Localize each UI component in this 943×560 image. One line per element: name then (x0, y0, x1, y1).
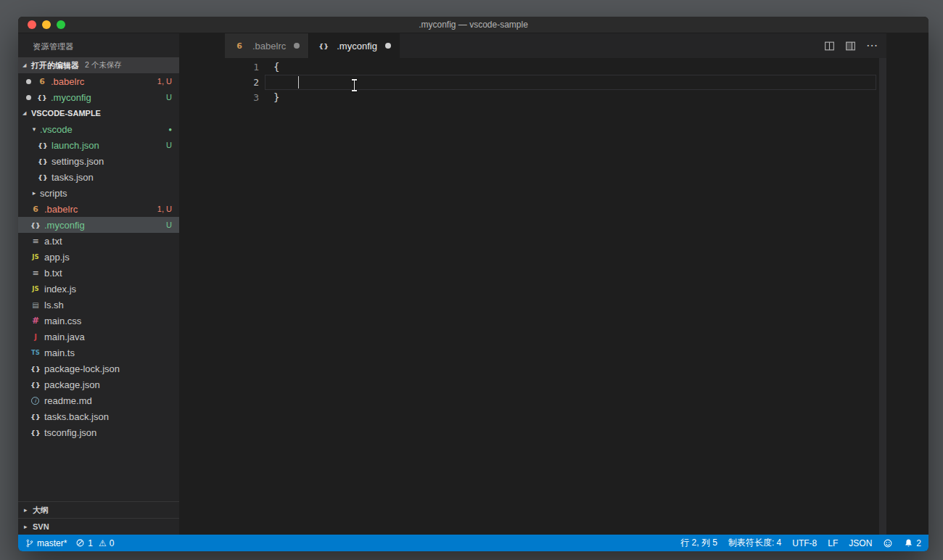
editor-scrollbar[interactable] (879, 58, 886, 535)
warning-icon: ⚠ (99, 539, 107, 548)
tree-item-.myconfig[interactable]: {}.myconfigU (18, 217, 179, 233)
git-status-badge: 1, U (157, 205, 179, 213)
status-text: UTF-8 (792, 538, 817, 548)
encoding-indicator[interactable]: UTF-8 (792, 538, 817, 548)
file-label: index.js (44, 284, 76, 295)
editor-actions: ⋯ (824, 33, 886, 58)
status-bar: master* 1 ⚠ 0 行 2, 列 5 制表符长度: 4 UTF-8 LF (18, 535, 928, 551)
json-file-icon: {} (318, 40, 329, 52)
tree-item-package-lock.json[interactable]: {}package-lock.json (18, 361, 179, 376)
file-label: launch.json (52, 140, 99, 151)
section-label: 打开的编辑器 (31, 60, 79, 71)
smiley-icon (883, 538, 893, 548)
tree-item-readme.md[interactable]: ireadme.md (18, 392, 179, 408)
eol-indicator[interactable]: LF (828, 538, 838, 548)
tree-item-main.ts[interactable]: TSmain.ts (18, 345, 179, 361)
cursor-position-indicator[interactable]: 行 2, 列 5 (680, 537, 717, 549)
tab-.myconfig[interactable]: {}.myconfig (309, 33, 400, 58)
js-file-icon: JS (30, 283, 41, 295)
json-file-icon: {} (37, 155, 49, 167)
line-number: 1 (179, 59, 265, 75)
file-label: .myconfig (44, 220, 85, 231)
more-actions-button[interactable]: ⋯ (866, 40, 878, 52)
tab-.babelrc[interactable]: 6.babelrc (225, 33, 309, 58)
workbench: 资源管理器 ◢ 打开的编辑器 2 个未保存 6.babelrc1, U{}.my… (18, 33, 928, 535)
babel-file-icon: 6 (234, 40, 245, 52)
project-section-header[interactable]: ◢ VSCODE-SAMPLE (18, 105, 179, 121)
line-content: } (265, 90, 876, 105)
css-file-icon: # (30, 315, 41, 326)
tree-item-scripts[interactable]: ▸scripts (18, 185, 179, 201)
tab-label: .myconfig (337, 41, 377, 52)
svn-section-header[interactable]: ▸ SVN (18, 518, 179, 535)
outline-section-header[interactable]: ▸ 大纲 (18, 501, 179, 518)
tab-bar: 6.babelrc{}.myconfig ⋯ (179, 33, 886, 58)
tree-item-package.json[interactable]: {}package.json (18, 376, 179, 392)
toggle-layout-button[interactable] (845, 41, 856, 52)
tree-item-main.java[interactable]: Jmain.java (18, 329, 179, 345)
language-mode-indicator[interactable]: JSON (849, 538, 872, 548)
branch-name: master* (37, 538, 67, 548)
notification-count: 2 (916, 538, 921, 548)
open-editor-item-.babelrc[interactable]: 6.babelrc1, U (18, 73, 179, 89)
unsaved-count-badge: 2 个未保存 (85, 60, 122, 70)
java-file-icon: J (30, 331, 41, 342)
tree-item-index.js[interactable]: JSindex.js (18, 281, 179, 297)
tree-item-tsconfig.json[interactable]: {}tsconfig.json (18, 424, 179, 440)
chevron-down-icon: ▾ (30, 125, 38, 133)
tree-item-ls.sh[interactable]: ▤ls.sh (18, 297, 179, 313)
babel-file-icon: 6 (30, 203, 41, 215)
vscode-window: .myconfig — vscode-sample 资源管理器 ◢ 打开的编辑器… (18, 17, 928, 551)
file-label: app.js (44, 252, 70, 263)
json-file-icon: {} (30, 411, 41, 422)
file-label: tsconfig.json (44, 427, 96, 438)
sidebar-title: 资源管理器 (18, 33, 179, 57)
json-file-icon: {} (30, 219, 41, 231)
line-number: 2 (179, 75, 265, 90)
tab-size-indicator[interactable]: 制表符长度: 4 (728, 537, 781, 549)
file-label: scripts (40, 188, 67, 199)
tree-item-a.txt[interactable]: ≡a.txt (18, 233, 179, 249)
code-line-2[interactable]: 2 (179, 75, 886, 90)
file-label: a.txt (44, 236, 62, 247)
line-content: { (265, 59, 876, 75)
json-file-icon: {} (37, 139, 49, 151)
tree-item-launch.json[interactable]: {}launch.jsonU (18, 137, 179, 153)
chevron-right-icon: ▸ (24, 523, 33, 530)
tree-item-settings.json[interactable]: {}settings.json (18, 153, 179, 169)
text-file-icon: ≡ (30, 267, 41, 279)
git-branch-indicator[interactable]: master* (25, 538, 67, 548)
tree-item-main.css[interactable]: #main.css (18, 313, 179, 329)
tree-item-b.txt[interactable]: ≡b.txt (18, 265, 179, 281)
code-line-1[interactable]: 1{ (179, 59, 886, 75)
modified-dot-icon (385, 43, 391, 49)
json-file-icon: {} (30, 379, 41, 390)
tree-item-tasks.back.json[interactable]: {}tasks.back.json (18, 408, 179, 424)
file-label: .babelrc (44, 204, 78, 215)
split-editor-icon (824, 41, 835, 52)
file-label: main.java (44, 332, 85, 342)
tree-item-.vscode[interactable]: ▾.vscode● (18, 121, 179, 137)
split-editor-button[interactable] (824, 41, 835, 52)
open-editors-header[interactable]: ◢ 打开的编辑器 2 个未保存 (18, 57, 179, 73)
open-editor-item-.myconfig[interactable]: {}.myconfigU (18, 89, 179, 105)
bell-icon (904, 538, 913, 548)
notifications-bell-button[interactable]: 2 (904, 538, 921, 548)
tree-item-app.js[interactable]: JSapp.js (18, 249, 179, 265)
tree-item-tasks.json[interactable]: {}tasks.json (18, 169, 179, 185)
code-line-3[interactable]: 3} (179, 90, 886, 105)
status-left: master* 1 ⚠ 0 (25, 538, 114, 548)
titlebar[interactable]: .myconfig — vscode-sample (18, 17, 928, 33)
file-label: ls.sh (44, 300, 64, 310)
code-editor[interactable]: 1{23} (179, 58, 886, 535)
line-number: 3 (179, 90, 265, 105)
problems-indicator[interactable]: 1 ⚠ 0 (75, 538, 114, 548)
file-label: main.css (44, 316, 81, 326)
modified-dot-icon (26, 79, 31, 84)
feedback-smiley-button[interactable] (883, 538, 893, 548)
status-text: 制表符长度: 4 (728, 537, 781, 549)
text-file-icon: ≡ (30, 235, 41, 247)
tree-item-.babelrc[interactable]: 6.babelrc1, U (18, 201, 179, 217)
status-right: 行 2, 列 5 制表符长度: 4 UTF-8 LF JSON 2 (680, 537, 921, 549)
chevron-right-icon: ▸ (30, 189, 38, 197)
